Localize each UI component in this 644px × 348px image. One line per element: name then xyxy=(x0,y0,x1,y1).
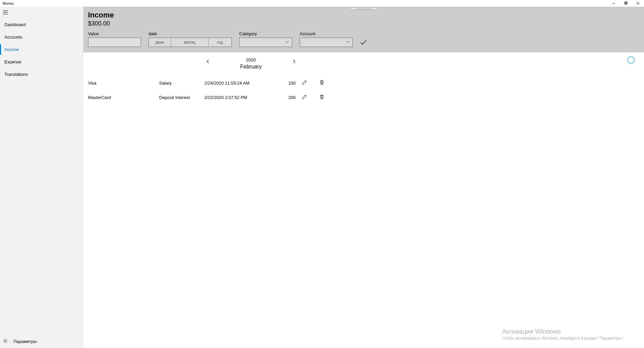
value-input[interactable] xyxy=(88,38,141,47)
next-month-button[interactable] xyxy=(292,59,296,65)
sidebar-item-dashboard[interactable]: Dashboard xyxy=(0,19,83,30)
submit-button[interactable] xyxy=(360,40,367,47)
prev-month-button[interactable] xyxy=(206,59,210,65)
record-amount: 100 xyxy=(279,81,296,86)
record-account: MasterCard xyxy=(88,95,159,100)
maximize-button[interactable] xyxy=(620,0,632,7)
record-row: Visa Salary 2/24/2020 11:03:24 AM 100 xyxy=(88,76,639,90)
header: Income $300.00 Value date день месяц год xyxy=(83,7,644,52)
sidebar-item-accounts[interactable]: Accounts xyxy=(0,32,83,42)
grab-handle[interactable] xyxy=(350,8,378,10)
window-title: Money xyxy=(3,1,14,5)
delete-button[interactable] xyxy=(313,94,331,101)
check-icon xyxy=(360,40,367,46)
sidebar-item-income[interactable]: Income xyxy=(0,44,83,55)
record-account: Visa xyxy=(88,81,159,86)
sidebar-item-label: Dashboard xyxy=(4,22,26,27)
value-group: Value xyxy=(88,31,141,47)
record-date: 2/24/2020 11:03:24 AM xyxy=(204,81,279,86)
date-year-input[interactable]: год xyxy=(209,38,231,47)
sidebar-item-label: Translations xyxy=(4,72,28,77)
account-label: Account xyxy=(300,31,353,36)
date-day-input[interactable]: день xyxy=(149,38,171,47)
titlebar: Money xyxy=(0,0,644,7)
record-category: Deposit Interest xyxy=(159,95,204,100)
settings-button[interactable]: Параметры xyxy=(0,335,83,348)
category-label: Category xyxy=(239,31,292,36)
sidebar: Dashboard Accounts Income Expense Transl… xyxy=(0,7,83,348)
page-title: Income xyxy=(88,11,639,19)
pencil-icon xyxy=(302,81,307,86)
year-label: 2020 xyxy=(240,57,262,62)
sidebar-item-label: Income xyxy=(4,47,19,52)
records-list: Visa Salary 2/24/2020 11:03:24 AM 100 xyxy=(88,76,639,105)
delete-button[interactable] xyxy=(313,80,331,86)
sidebar-item-label: Accounts xyxy=(4,35,22,40)
pencil-icon xyxy=(302,96,307,101)
form-row: Value date день месяц год Category xyxy=(88,31,639,47)
main: Income $300.00 Value date день месяц год xyxy=(83,7,644,348)
chevron-right-icon xyxy=(292,59,296,65)
category-select[interactable] xyxy=(239,38,292,47)
month-nav: 2020 February xyxy=(206,56,296,71)
record-date: 2/22/2020 2:07:52 PM xyxy=(204,95,279,100)
category-group: Category xyxy=(239,31,292,47)
chevron-down-icon xyxy=(346,39,350,45)
settings-label: Параметры xyxy=(13,339,37,344)
date-group: date день месяц год xyxy=(148,31,232,47)
chevron-down-icon xyxy=(285,39,289,45)
minimize-button[interactable] xyxy=(608,0,620,7)
account-group: Account xyxy=(300,31,353,47)
content: 2020 February Visa Salary 2/24/2020 11:0… xyxy=(83,52,644,348)
month-label: February xyxy=(240,64,262,70)
record-amount: 200 xyxy=(279,95,296,100)
trash-icon xyxy=(319,96,325,101)
edit-button[interactable] xyxy=(296,80,313,86)
record-category: Salary xyxy=(159,81,204,86)
date-month-input[interactable]: месяц xyxy=(171,38,209,47)
watermark-title: Активация Windows xyxy=(502,328,624,335)
sidebar-item-expense[interactable]: Expense xyxy=(0,57,83,67)
value-label: Value xyxy=(88,31,141,36)
sidebar-item-label: Expense xyxy=(4,59,22,64)
floating-circle-button[interactable] xyxy=(627,56,635,64)
page-total: $300.00 xyxy=(88,20,639,27)
chevron-left-icon xyxy=(206,59,210,65)
trash-icon xyxy=(319,81,325,86)
date-label: date xyxy=(148,31,232,36)
windows-activation-watermark: Активация Windows Чтобы активировать Win… xyxy=(502,328,624,341)
close-button[interactable] xyxy=(632,0,644,7)
hamburger-button[interactable] xyxy=(0,7,83,19)
nav: Dashboard Accounts Income Expense Transl… xyxy=(0,19,83,335)
edit-button[interactable] xyxy=(296,94,313,101)
gear-icon xyxy=(3,338,8,345)
watermark-subtitle: Чтобы активировать Windows, перейдите в … xyxy=(502,336,624,341)
window-controls xyxy=(608,0,644,7)
sidebar-item-translations[interactable]: Translations xyxy=(0,69,83,80)
account-select[interactable] xyxy=(300,38,353,47)
record-row: MasterCard Deposit Interest 2/22/2020 2:… xyxy=(88,90,639,105)
